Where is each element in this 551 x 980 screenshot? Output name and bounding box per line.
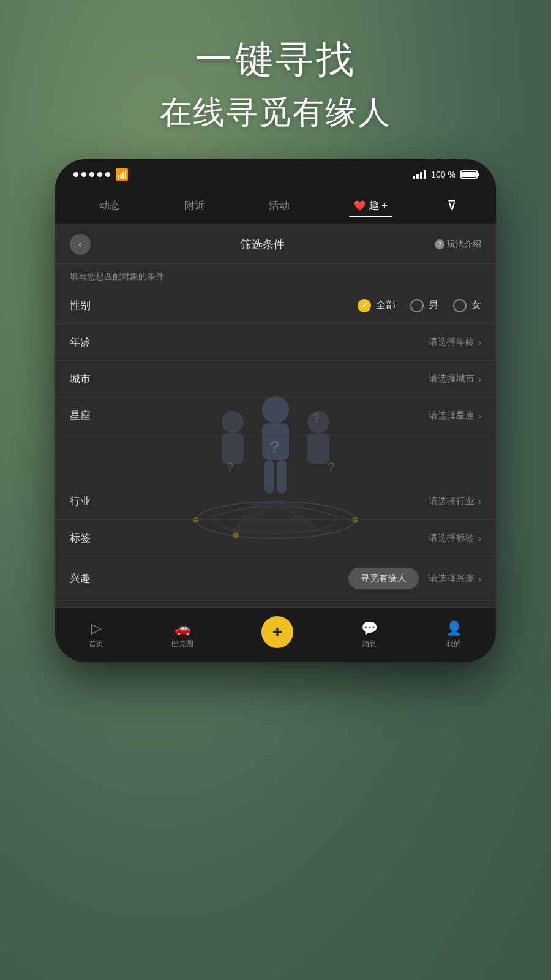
zodiac-chevron-icon: ›: [478, 411, 481, 421]
gender-all[interactable]: ✓ 全部: [358, 299, 395, 312]
check-mark: ✓: [361, 301, 368, 310]
dot-1: [73, 172, 78, 177]
nav-bakecircle-label: 巴克圈: [171, 639, 193, 649]
bakecircle-icon: 🚗: [174, 620, 191, 636]
interest-badge[interactable]: 寻觅有缘人: [348, 568, 419, 589]
tab-qu[interactable]: ❤️ 趣 +: [349, 196, 393, 215]
tab-fujin[interactable]: 附近: [179, 196, 210, 215]
city-placeholder: 请选择城市: [429, 373, 474, 385]
tags-value: 请选择标签 ›: [429, 532, 481, 544]
gender-male-label: 男: [429, 299, 438, 312]
filter-row-gender: 性别 ✓ 全部 男 女: [55, 287, 496, 324]
age-value: 请选择年龄 ›: [429, 336, 481, 348]
home-icon: ▷: [91, 620, 102, 636]
zodiac-placeholder: 请选择星座: [429, 410, 474, 421]
nav-home-label: 首页: [89, 639, 103, 649]
help-circle-icon: ?: [435, 239, 444, 249]
dot-2: [81, 172, 86, 177]
cellular-bars: [413, 170, 426, 179]
nav-home[interactable]: ▷ 首页: [89, 620, 103, 649]
filter-row-age[interactable]: 年龄 请选择年龄 ›: [55, 324, 496, 361]
gender-all-label: 全部: [376, 299, 395, 312]
hero-title: 一键寻找: [0, 37, 551, 82]
battery-percent: 100 %: [431, 170, 455, 179]
city-value: 请选择城市 ›: [429, 373, 481, 385]
battery-icon: [460, 170, 478, 179]
gender-options: ✓ 全部 男 女: [358, 299, 481, 312]
messages-icon: 💬: [361, 620, 378, 636]
help-link[interactable]: ? 玩法介绍: [435, 239, 481, 250]
gender-label: 性别: [70, 298, 107, 312]
illustration-area: ? ? ? ? 城市 请选择城市 › 星座: [55, 361, 496, 520]
bar-1: [413, 176, 415, 179]
back-button[interactable]: ‹: [70, 234, 91, 255]
nav-messages-label: 消息: [362, 639, 377, 649]
age-placeholder: 请选择年龄: [429, 336, 474, 348]
age-label: 年龄: [70, 335, 107, 349]
svg-rect-19: [307, 433, 329, 464]
nav-bakecircle[interactable]: 🚗 巴克圈: [171, 620, 193, 649]
filter-row-tags[interactable]: 标签 请选择标签 ›: [55, 520, 496, 557]
city-chevron-icon: ›: [478, 374, 481, 384]
tab-huodong[interactable]: 活动: [264, 196, 294, 215]
tags-placeholder: 请选择标签: [429, 532, 474, 544]
status-bar: 📶 100 %: [55, 159, 496, 190]
svg-text:?: ?: [227, 460, 234, 473]
interest-value[interactable]: 请选择兴趣 ›: [429, 573, 481, 584]
nav-plus-button[interactable]: +: [261, 616, 293, 648]
nav-mine[interactable]: 👤 我的: [446, 620, 462, 649]
filter-row-city[interactable]: 城市 请选择城市 ›: [55, 361, 496, 398]
tab-dongtai[interactable]: 动态: [94, 196, 125, 215]
industry-label: 行业: [70, 494, 107, 508]
hero-section: 一键寻找 在线寻觅有缘人: [0, 37, 551, 134]
age-chevron-icon: ›: [478, 337, 481, 347]
panel-subtitle: 填写您想匹配对象的条件: [55, 264, 496, 287]
tab-qu-content: ❤️ 趣 +: [354, 198, 388, 213]
wifi-icon: 📶: [115, 168, 129, 181]
mine-icon: 👤: [446, 620, 462, 636]
status-left: 📶: [73, 168, 129, 181]
industry-placeholder: 请选择行业: [429, 496, 474, 507]
back-chevron-icon: ‹: [78, 239, 81, 250]
dot-3: [89, 172, 94, 177]
tags-label: 标签: [70, 531, 107, 545]
radio-female-icon: [453, 299, 467, 312]
nav-messages[interactable]: 💬 消息: [361, 620, 378, 649]
signal-dots: [73, 172, 110, 177]
filter-row-zodiac[interactable]: 星座 请选择星座 ›: [55, 398, 496, 434]
interest-content: 寻觅有缘人 请选择兴趣 ›: [348, 568, 481, 589]
panel-title: 筛选条件: [241, 237, 285, 252]
interest-placeholder: 请选择兴趣: [429, 573, 474, 584]
gender-female[interactable]: 女: [453, 299, 481, 312]
status-right: 100 %: [413, 170, 478, 179]
bar-3: [420, 172, 422, 179]
industry-value: 请选择行业 ›: [429, 496, 481, 507]
gender-male[interactable]: 男: [410, 299, 438, 312]
filter-row-interest: 兴趣 寻觅有缘人 请选择兴趣 ›: [55, 557, 496, 601]
nav-mine-label: 我的: [446, 639, 461, 649]
filter-row-industry[interactable]: 行业 请选择行业 ›: [55, 483, 496, 520]
battery-fill: [462, 172, 476, 177]
bar-4: [424, 170, 426, 179]
radio-all-icon: ✓: [358, 299, 371, 312]
dot-5: [105, 172, 110, 177]
zodiac-label: 星座: [70, 409, 107, 423]
interest-label: 兴趣: [70, 571, 107, 586]
plus-icon: +: [272, 622, 282, 642]
zodiac-value: 请选择星座 ›: [429, 410, 481, 421]
svg-text:?: ?: [328, 460, 335, 473]
filter-icon[interactable]: ⊽: [447, 198, 457, 214]
city-label: 城市: [70, 372, 107, 386]
bar-2: [416, 174, 419, 179]
tags-chevron-icon: ›: [478, 533, 481, 543]
radio-male-icon: [410, 299, 424, 312]
filter-panel: ‹ 筛选条件 ? 玩法介绍 填写您想匹配对象的条件 性别 ✓ 全部: [55, 224, 496, 662]
gender-female-label: 女: [471, 299, 481, 312]
panel-header: ‹ 筛选条件 ? 玩法介绍: [55, 224, 496, 264]
interest-chevron-icon: ›: [478, 574, 481, 584]
heart-icon: ❤️: [354, 200, 366, 211]
svg-text:?: ?: [269, 437, 280, 456]
hero-subtitle: 在线寻觅有缘人: [0, 92, 551, 134]
tab-qu-label: 趣 +: [369, 198, 388, 213]
nav-tabs: 动态 附近 活动 ❤️ 趣 + ⊽: [55, 190, 496, 224]
